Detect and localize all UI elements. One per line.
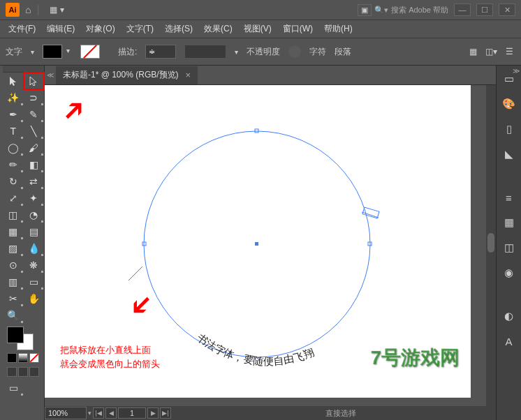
zoom-level-input[interactable]: 100% [45, 407, 87, 419]
menu-object[interactable]: 对象(O) [80, 23, 120, 35]
shape-builder-tool[interactable]: ◔ [24, 207, 45, 223]
style-icon[interactable] [288, 45, 301, 58]
stroke-weight-input[interactable]: ≑ [145, 45, 176, 59]
page-number-input[interactable]: 1 [118, 407, 146, 419]
line-tool[interactable]: ╲ [24, 123, 45, 140]
transform-icon[interactable]: ◫▾ [485, 46, 497, 57]
chevron-down-icon[interactable]: ▾ [88, 410, 91, 417]
menu-file[interactable]: 文件(F) [3, 23, 41, 35]
first-page-button[interactable]: |◀ [93, 407, 104, 419]
color-panel-icon[interactable]: 🎨 [501, 96, 517, 112]
direct-selection-tool[interactable] [24, 73, 45, 89]
mini-black-swatch[interactable] [7, 353, 17, 363]
stroke-swatch[interactable] [80, 45, 100, 59]
menu-view[interactable]: 视图(V) [238, 23, 277, 35]
screen-mode-tool[interactable]: ▭ [3, 380, 24, 396]
app-logo-icon[interactable]: Ai [6, 3, 20, 17]
align-icon[interactable]: ▦ [467, 46, 479, 57]
maximize-button[interactable]: ☐ [476, 3, 493, 16]
pen-tool[interactable]: ✒ [3, 106, 24, 123]
main-area: ✨ ⊃ ✒ ✎ T ╲ ◯ 🖌 ✏ ◧ ↻ ⇄ ⤢ ✦ ◫ ◔ [0, 66, 521, 420]
libraries-panel-icon[interactable]: ◉ [501, 265, 517, 280]
collapse-right-icon[interactable]: ≫ [513, 67, 520, 75]
menu-type[interactable]: 文字(T) [121, 23, 159, 35]
menu-help[interactable]: 帮助(H) [318, 23, 358, 35]
appearance-panel-icon[interactable]: ◣ [501, 147, 517, 162]
ellipse-tool[interactable]: ◯ [3, 140, 24, 156]
chevron-down-icon[interactable]: ▾ [31, 48, 34, 56]
menu-bar: 文件(F) 编辑(E) 对象(O) 文字(T) 选择(S) 效果(C) 视图(V… [0, 20, 521, 38]
symbol-tool[interactable]: ❋ [24, 257, 45, 273]
zoom-tool[interactable]: 🔍 [3, 307, 24, 324]
close-window-button[interactable]: ✕ [499, 3, 515, 16]
transparency-panel-icon[interactable]: ◐ [501, 308, 517, 324]
scale-tool[interactable]: ⤢ [3, 190, 24, 207]
vertical-scrollbar[interactable] [486, 85, 496, 406]
last-page-button[interactable]: ▶| [160, 407, 171, 419]
document-tabs: ≪ 未标题-1* @ 100% (RGB/预览) × [45, 66, 496, 85]
workspace-switcher[interactable]: ▦ ▾ [45, 3, 68, 16]
draw-inside-icon[interactable] [29, 367, 39, 377]
next-page-button[interactable]: ▶ [147, 407, 159, 419]
swatches-panel-icon[interactable]: ▦ [501, 215, 517, 230]
eyedropper-tool[interactable]: 💧 [24, 240, 45, 257]
minimize-button[interactable]: — [454, 3, 471, 16]
lasso-tool[interactable]: ⊃ [24, 89, 45, 106]
sync-icon[interactable]: ▣ [358, 4, 372, 16]
svg-line-5 [129, 267, 142, 280]
document-tab[interactable]: 未标题-1* @ 100% (RGB/预览) × [56, 66, 198, 84]
reflect-tool[interactable]: ⇄ [24, 173, 45, 190]
mini-none-swatch[interactable] [29, 353, 39, 363]
search-icon[interactable]: 🔍▾ [374, 6, 388, 15]
close-tab-icon[interactable]: × [186, 70, 191, 80]
collapse-left-icon[interactable]: ≪ [45, 71, 56, 79]
char-label[interactable]: 字符 [309, 46, 326, 58]
eraser-tool[interactable]: ◧ [24, 156, 45, 173]
chevron-down-icon[interactable]: ▾ [235, 48, 238, 56]
draw-behind-icon[interactable] [18, 367, 28, 377]
grid-icon: ▦ [50, 5, 57, 15]
options-right: ▦ ◫▾ ☰ [467, 46, 515, 57]
width-tool[interactable]: ✦ [24, 190, 45, 207]
type-panel-icon[interactable]: A [501, 333, 517, 349]
scroll-thumb[interactable] [487, 233, 494, 253]
magic-wand-tool[interactable]: ✨ [3, 89, 24, 106]
asset-panel-icon[interactable]: ◫ [501, 240, 517, 255]
layers-panel-icon[interactable]: ▯ [501, 121, 517, 137]
opacity-label[interactable]: 不透明度 [247, 46, 280, 58]
brush-def-select[interactable] [184, 45, 226, 59]
annotation-text: 把鼠标放在小直线上面 就会变成黑色向上的箭头 [60, 343, 160, 370]
svg-rect-2 [255, 129, 258, 133]
fill-swatch[interactable] [43, 45, 62, 59]
prev-page-button[interactable]: ◀ [105, 407, 117, 419]
foreground-swatch[interactable] [7, 327, 24, 343]
paintbrush-tool[interactable]: 🖌 [24, 140, 45, 156]
options-bar: 文字 ▾ 描边: ≑ ▾ 不透明度 字符 段落 ▦ ◫▾ ☰ [0, 38, 521, 66]
gradient-tool[interactable]: ▨ [3, 240, 24, 257]
panel-grip[interactable] [3, 66, 44, 73]
selection-tool[interactable] [3, 73, 24, 89]
blend-tool[interactable]: ⊙ [3, 257, 24, 273]
menu-window[interactable]: 窗口(W) [277, 23, 318, 35]
graph-tool[interactable]: ▥ [3, 273, 24, 290]
hand-tool[interactable]: ✋ [24, 290, 45, 307]
menu-edit[interactable]: 编辑(E) [41, 23, 80, 35]
curvature-tool[interactable]: ✎ [24, 106, 45, 123]
menu-effect[interactable]: 效果(C) [198, 23, 238, 35]
mini-gradient-swatch[interactable] [18, 353, 28, 363]
free-transform-tool[interactable]: ◫ [3, 207, 24, 223]
draw-normal-icon[interactable] [7, 367, 17, 377]
mesh-tool[interactable]: ▤ [24, 223, 45, 240]
artboard[interactable]: 书法字体，要随便自由飞翔 ➔ ➔ 把鼠标放在小直线上面 就会变成黑色向上的箭头 … [45, 85, 471, 398]
home-icon[interactable]: ⌂ [25, 4, 31, 15]
arrange-icon[interactable]: ☰ [503, 46, 515, 57]
rotate-tool[interactable]: ↻ [3, 173, 24, 190]
stroke-panel-icon[interactable]: ≡ [501, 190, 517, 205]
pencil-tool[interactable]: ✏ [3, 156, 24, 173]
slice-tool[interactable]: ✂ [3, 290, 24, 307]
para-label[interactable]: 段落 [335, 46, 351, 58]
perspective-tool[interactable]: ▦ [3, 223, 24, 240]
artboard-tool[interactable]: ▭ [24, 273, 45, 290]
type-tool[interactable]: T [3, 123, 24, 140]
menu-select[interactable]: 选择(S) [159, 23, 198, 35]
